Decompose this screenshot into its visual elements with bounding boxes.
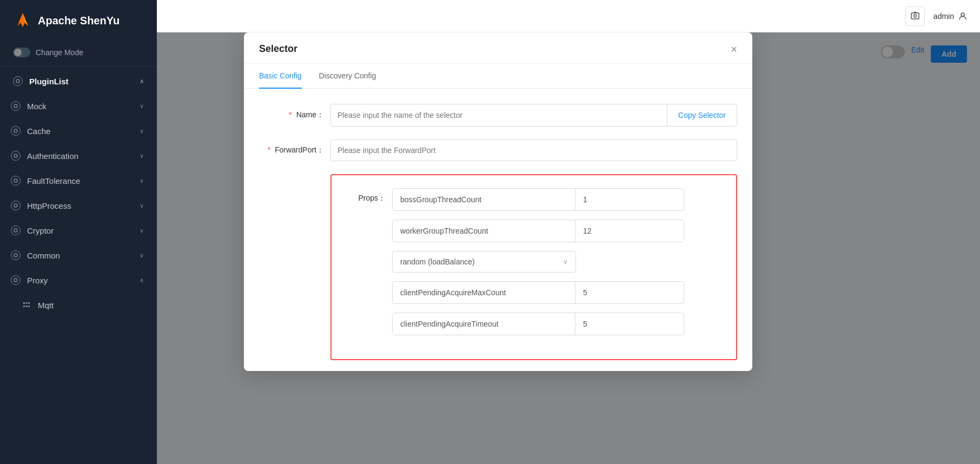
forward-port-required-star: * [268,145,270,154]
props-field-client-pending-timeout [392,313,684,335]
sidebar-item-cryptor[interactable]: Cryptor ∨ [0,218,157,243]
forward-port-input[interactable] [330,140,737,161]
sidebar-item-mock[interactable]: Mock ∨ [0,94,157,118]
svg-point-20 [961,13,964,16]
name-row: * Name： Copy Selector [259,104,737,127]
svg-point-6 [14,179,17,182]
boss-thread-key[interactable] [393,189,575,210]
modal-body: * Name： Copy Selector * ForwardPort： [244,89,752,371]
load-balance-label: random (loadBalance) [400,257,563,266]
sidebar-item-mqtt[interactable]: Mqtt [0,293,157,317]
modal-close-button[interactable]: × [731,44,737,55]
svg-point-4 [14,129,17,132]
user-icon [958,12,967,21]
client-pending-max-key[interactable] [393,282,575,303]
sidebar-item-authentication[interactable]: Authentication ∨ [0,143,157,168]
change-mode-item[interactable]: Change Mode [0,41,157,64]
tab-discovery-config[interactable]: Discovery Config [319,64,376,89]
svg-rect-13 [28,302,30,304]
admin-menu[interactable]: admin [933,12,967,21]
load-balance-select[interactable]: random (loadBalance) ∨ [392,251,576,273]
plugin-list-label: PluginList [29,77,69,86]
sidebar-item-label-mock: Mock [27,102,47,111]
svg-point-2 [16,79,19,83]
plugin-list-icon [13,76,23,86]
sidebar-item-label-httpprocess: HttpProcess [27,201,71,210]
props-row: Props： [342,188,725,335]
screenshot-button[interactable] [905,6,925,26]
common-icon [11,250,21,260]
modal-dialog: Selector × Basic Config Discovery Config… [244,32,752,371]
plugin-list-header[interactable]: PluginList ∧ [0,69,157,94]
mqtt-dots-icon [22,300,31,310]
httpprocess-icon [11,201,21,210]
mock-icon [11,101,21,111]
cache-chevron: ∨ [140,128,144,135]
modal-header: Selector × [244,32,752,64]
logo-icon [13,11,32,30]
sidebar-item-label-faulttolerance: FaultTolerance [27,176,80,185]
svg-rect-16 [28,306,30,307]
props-fields: random (loadBalance) ∨ [392,188,725,335]
sidebar-divider-1 [0,66,157,67]
props-field-boss-thread [392,188,684,211]
modal-tabs: Basic Config Discovery Config [244,64,752,89]
name-input[interactable] [331,104,667,126]
svg-point-5 [14,154,17,157]
sidebar-item-cache[interactable]: Cache ∨ [0,118,157,143]
proxy-icon [11,275,21,285]
boss-thread-value[interactable] [575,189,684,210]
content-area: Edit Add Selector × Basic Config Discove… [157,32,980,464]
props-field-worker-thread [392,220,684,242]
sidebar-item-proxy[interactable]: Proxy ∧ [0,268,157,293]
sidebar-item-label-common: Common [27,251,60,260]
faulttolerance-chevron: ∨ [140,177,144,184]
sidebar-item-label-proxy: Proxy [27,276,48,285]
modal-title: Selector [259,43,297,55]
httpprocess-chevron: ∨ [140,202,144,209]
sidebar-item-label-mqtt: Mqtt [38,301,54,310]
props-field-client-pending-max [392,281,684,304]
screenshot-icon [910,11,920,21]
name-input-wrapper: Copy Selector [330,104,737,127]
client-pending-timeout-value[interactable] [575,313,684,335]
sidebar: Apache ShenYu Change Mode PluginList ∧ M… [0,0,157,464]
svg-rect-12 [26,302,28,304]
svg-rect-11 [23,302,25,304]
svg-point-10 [14,279,17,282]
svg-marker-0 [17,13,28,27]
cryptor-chevron: ∨ [140,227,144,234]
plugin-list-chevron: ∧ [140,78,144,85]
admin-label: admin [933,12,954,21]
svg-point-3 [14,104,17,108]
client-pending-max-value[interactable] [575,282,684,303]
svg-point-7 [14,204,17,207]
client-pending-timeout-key[interactable] [393,313,575,335]
sidebar-logo: Apache ShenYu [0,0,157,41]
change-mode-toggle[interactable] [13,48,30,57]
svg-point-8 [14,229,17,232]
forward-port-label: * ForwardPort： [259,145,324,155]
svg-point-19 [913,15,916,17]
authentication-icon [11,151,21,161]
common-chevron: ∨ [140,252,144,259]
worker-thread-value[interactable] [575,220,684,242]
logo-text: Apache ShenYu [38,15,120,27]
svg-rect-17 [911,13,919,19]
forward-port-row: * ForwardPort： [259,140,737,161]
name-required-star: * [289,110,292,119]
sidebar-item-common[interactable]: Common ∨ [0,243,157,268]
svg-point-9 [14,254,17,257]
faulttolerance-icon [11,176,21,185]
sidebar-item-label-cache: Cache [27,127,50,136]
svg-rect-15 [26,306,28,307]
props-label: Props： [342,188,386,203]
sidebar-item-faulttolerance[interactable]: FaultTolerance ∨ [0,168,157,193]
sidebar-item-httpprocess[interactable]: HttpProcess ∨ [0,193,157,218]
worker-thread-key[interactable] [393,220,575,242]
svg-rect-14 [23,306,25,307]
change-mode-label: Change Mode [36,48,83,57]
tab-basic-config[interactable]: Basic Config [259,64,302,89]
cryptor-icon [11,226,21,235]
copy-selector-button[interactable]: Copy Selector [667,104,737,126]
